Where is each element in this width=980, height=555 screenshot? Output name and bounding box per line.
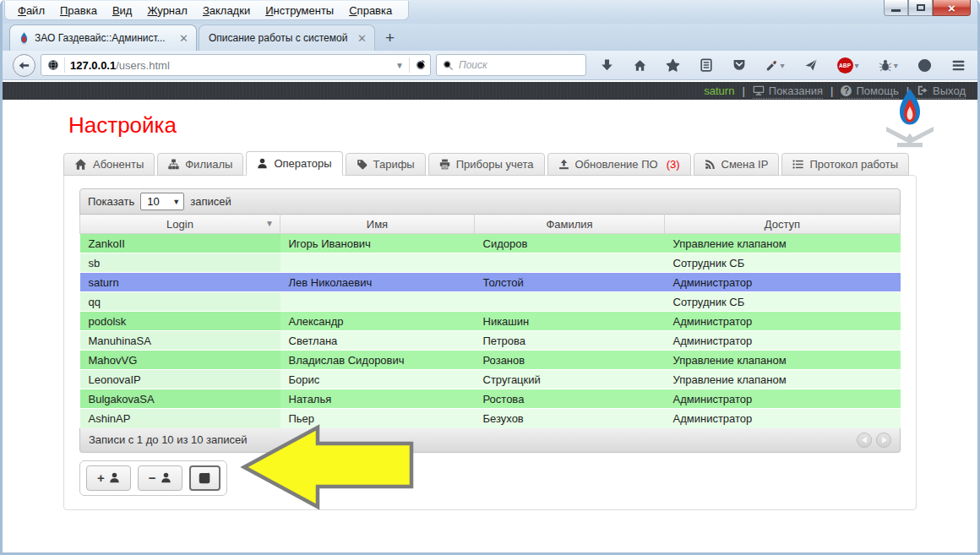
menu-справка[interactable]: Справка [341, 3, 400, 19]
logged-in-username: saturn [704, 84, 734, 97]
separator: | [830, 84, 833, 97]
table-info-text: Записи с 1 до 10 из 10 записей [89, 433, 248, 446]
cell-surname: Никашин [475, 312, 665, 331]
cell-surname: Сидоров [475, 234, 665, 253]
menu-закладки[interactable]: Закладки [195, 3, 258, 19]
cell-login: qq [80, 292, 280, 312]
home-icon-button[interactable] [634, 59, 646, 72]
edit-user-button[interactable] [189, 465, 220, 491]
tab-филиалы[interactable]: Филиалы [157, 153, 243, 176]
tab-обновление-по[interactable]: Обновление ПО(3) [547, 153, 691, 176]
table-row[interactable]: ManuhinaSAСветланаПетроваАдминистратор [80, 331, 901, 351]
minimize-button[interactable] [884, 0, 908, 16]
browser-tab-title: ЗАО Газдевайс::Админист... [35, 32, 173, 44]
tab-close-icon[interactable]: ✕ [179, 32, 188, 45]
sort-desc-icon: ▼ [265, 219, 274, 228]
column-header-доступ[interactable]: Доступ [665, 215, 901, 234]
page-title: Настройка [68, 112, 977, 139]
table-row[interactable]: MahovVGВладислав СидоровичРозановУправле… [80, 351, 901, 370]
color-dropper-icon-button[interactable]: ▾ [765, 59, 784, 72]
column-header-login[interactable]: Login▼ [80, 215, 280, 234]
new-tab-button[interactable]: + [375, 29, 405, 51]
menu-журнал[interactable]: Журнал [139, 3, 194, 19]
window-controls: × [884, 0, 971, 16]
browser-window: ФайлПравкаВидЖурналЗакладкиИнструментыСп… [0, 0, 980, 555]
back-button[interactable] [13, 54, 35, 77]
chevron-down-icon[interactable]: ▾ [894, 61, 898, 70]
column-header-имя[interactable]: Имя [280, 215, 475, 234]
tab-приборы-учета[interactable]: Приборы учета [428, 153, 545, 176]
browser-tab-2[interactable]: Описание работы с системой✕ [199, 24, 375, 51]
menu-вид[interactable]: Вид [105, 3, 140, 19]
tab-протокол-работы[interactable]: Протокол работы [781, 153, 909, 176]
url-text[interactable]: 127.0.0.1/users.html [70, 59, 390, 72]
reading-list-icon-button[interactable] [700, 58, 713, 72]
bug-icon-button[interactable]: ▾ [879, 58, 898, 72]
cell-login: sb [80, 253, 280, 273]
maximize-button[interactable] [908, 0, 933, 16]
adblock-abp-icon-button[interactable]: ABP▾ [837, 57, 859, 73]
table-row[interactable]: LeonovaIPБорисСтругацкийУправление клапа… [80, 370, 901, 389]
add-user-button[interactable]: + [86, 465, 131, 491]
download-icon-button[interactable] [600, 58, 614, 73]
search-input[interactable]: Поиск [436, 54, 586, 76]
user-icon [257, 158, 268, 169]
send-page-icon-button[interactable] [804, 58, 818, 72]
page-content: saturn |Показания|?Помощь|Выход Настройк… [3, 82, 977, 552]
cell-surname: Стругацкий [475, 370, 665, 389]
hamburger-menu-icon-button[interactable] [951, 58, 966, 73]
reload-icon[interactable] [415, 59, 427, 71]
pocket-icon-button[interactable] [732, 58, 746, 72]
table-row[interactable]: sbСотрудник СБ [80, 253, 901, 273]
list-icon [792, 159, 803, 170]
table-row[interactable]: ZankoIIИгорь ИвановичСидоровУправление к… [80, 234, 901, 253]
column-header-фамилия[interactable]: Фамилия [475, 215, 665, 234]
chevron-down-icon[interactable]: ▾ [780, 61, 784, 70]
chat-smiley-icon-button[interactable] [917, 58, 932, 73]
table-row[interactable]: BulgakovaSAНатальяРостоваАдминистратор [80, 389, 901, 409]
menu-правка[interactable]: Правка [52, 3, 105, 19]
cell-access: Управление клапаном [665, 351, 901, 370]
show-label: Показать [88, 195, 134, 208]
tab-тарифы[interactable]: Тарифы [346, 153, 426, 176]
table-row[interactable]: podolskАлександрНикашинАдминистратор [80, 312, 901, 331]
cell-access: Сотрудник СБ [665, 253, 901, 273]
url-dropdown-icon[interactable]: ▼ [395, 61, 404, 70]
appbar-link-показания[interactable]: Показания [753, 84, 823, 99]
browser-tab-strip: ЗАО Газдевайс::Админист...✕Описание рабо… [3, 24, 977, 51]
bookmark-star-icon-button[interactable] [666, 58, 680, 73]
next-page-button[interactable] [876, 433, 891, 448]
table-length-toolbar: Показать 10 ▼ записей [79, 188, 901, 215]
table-info-bar: Записи с 1 до 10 из 10 записей [79, 428, 901, 453]
chat-smiley-icon [917, 58, 932, 73]
table-row[interactable]: saturnЛев НиколаевичТолстойАдминистратор [80, 273, 901, 292]
browser-tab-1[interactable]: ЗАО Газдевайс::Админист...✕ [9, 24, 197, 51]
page-length-select[interactable]: 10 ▼ [140, 193, 184, 210]
sitemap-icon [168, 159, 179, 170]
cell-login: MahovVG [80, 351, 280, 370]
prev-page-button[interactable] [857, 433, 872, 448]
table-row[interactable]: qqСотрудник СБ [80, 292, 901, 312]
next-arrow-icon [882, 437, 887, 443]
tab-операторы[interactable]: Операторы [246, 151, 342, 176]
download-icon [600, 58, 614, 73]
menu-файл[interactable]: Файл [10, 3, 52, 19]
tab-label: Приборы учета [456, 158, 534, 171]
cell-name [280, 253, 475, 273]
tab-close-icon[interactable]: ✕ [357, 32, 367, 45]
close-button[interactable]: × [933, 0, 971, 16]
prev-arrow-icon [862, 437, 867, 443]
remove-user-button[interactable]: − [138, 465, 182, 491]
table-row[interactable]: AshinAPПьерБезуховАдминистратор [80, 409, 901, 428]
tab-смена-ip[interactable]: Смена IP [694, 153, 780, 176]
url-bar[interactable]: 127.0.0.1/users.html ▼ [41, 54, 431, 76]
cell-name: Владислав Сидорович [280, 351, 475, 370]
cell-access: Администратор [665, 312, 901, 331]
tab-абоненты[interactable]: Абоненты [63, 153, 155, 176]
bug-icon [879, 58, 892, 72]
flame-favicon [19, 32, 29, 45]
menu-bar: ФайлПравкаВидЖурналЗакладкиИнструментыСп… [4, 1, 409, 20]
chevron-down-icon[interactable]: ▾ [855, 61, 859, 70]
separator: | [742, 84, 744, 97]
menu-инструменты[interactable]: Инструменты [258, 3, 341, 19]
